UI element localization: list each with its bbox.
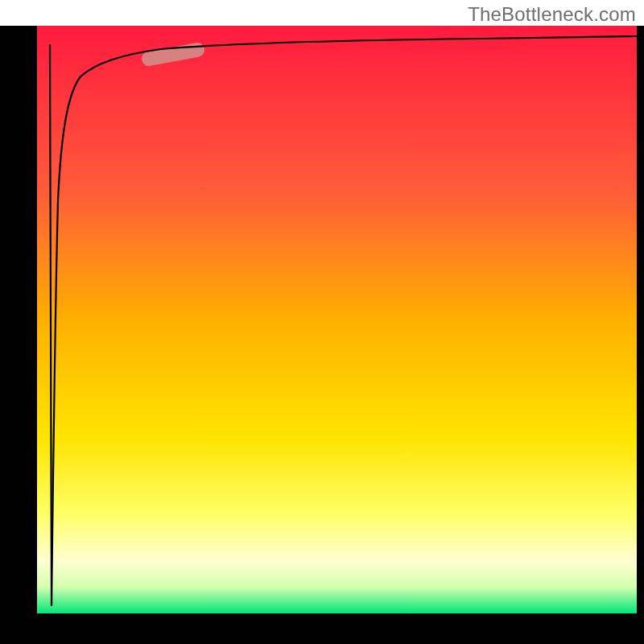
highlight-segment [149,50,197,59]
chart-stage: TheBottleneck.com [0,0,644,644]
bottleneck-chart [0,0,644,644]
plot-gradient-area [37,26,637,613]
frame-left [0,26,37,638]
svg-line-0 [149,50,197,59]
frame-bottom [0,613,644,644]
frame-right [637,26,644,638]
